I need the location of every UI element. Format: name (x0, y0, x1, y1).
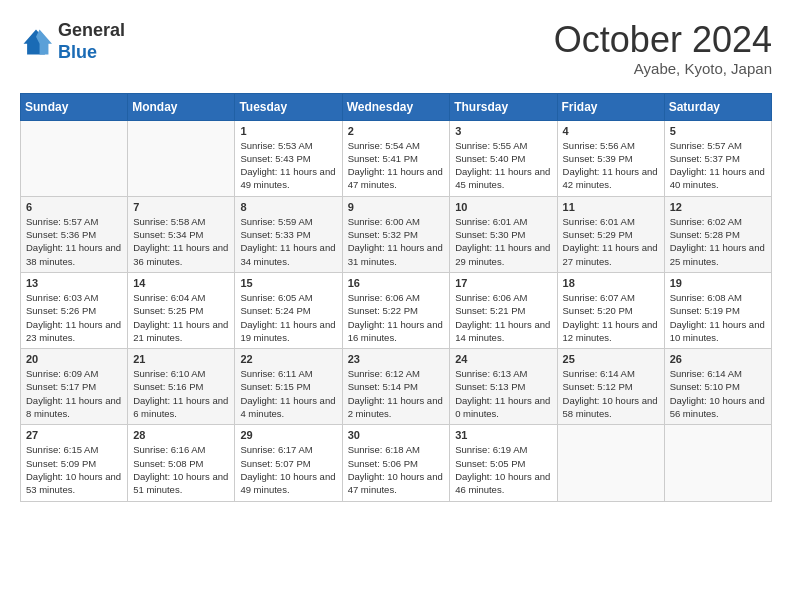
day-detail: Sunrise: 6:05 AM Sunset: 5:24 PM Dayligh… (240, 291, 336, 344)
day-number: 6 (26, 201, 122, 213)
day-detail: Sunrise: 6:18 AM Sunset: 5:06 PM Dayligh… (348, 443, 445, 496)
weekday-header-row: SundayMondayTuesdayWednesdayThursdayFrid… (21, 93, 772, 120)
calendar-cell: 23Sunrise: 6:12 AM Sunset: 5:14 PM Dayli… (342, 349, 450, 425)
calendar-cell: 27Sunrise: 6:15 AM Sunset: 5:09 PM Dayli… (21, 425, 128, 501)
day-detail: Sunrise: 6:06 AM Sunset: 5:21 PM Dayligh… (455, 291, 551, 344)
logo-icon (20, 26, 52, 58)
day-number: 27 (26, 429, 122, 441)
day-detail: Sunrise: 6:13 AM Sunset: 5:13 PM Dayligh… (455, 367, 551, 420)
title-block: October 2024 Ayabe, Kyoto, Japan (554, 20, 772, 77)
day-number: 29 (240, 429, 336, 441)
day-detail: Sunrise: 6:06 AM Sunset: 5:22 PM Dayligh… (348, 291, 445, 344)
day-detail: Sunrise: 6:12 AM Sunset: 5:14 PM Dayligh… (348, 367, 445, 420)
calendar-cell: 7Sunrise: 5:58 AM Sunset: 5:34 PM Daylig… (128, 196, 235, 272)
calendar-cell (557, 425, 664, 501)
day-detail: Sunrise: 6:14 AM Sunset: 5:12 PM Dayligh… (563, 367, 659, 420)
calendar-cell: 20Sunrise: 6:09 AM Sunset: 5:17 PM Dayli… (21, 349, 128, 425)
day-detail: Sunrise: 6:01 AM Sunset: 5:29 PM Dayligh… (563, 215, 659, 268)
day-number: 24 (455, 353, 551, 365)
calendar-week-row: 20Sunrise: 6:09 AM Sunset: 5:17 PM Dayli… (21, 349, 772, 425)
calendar-cell: 8Sunrise: 5:59 AM Sunset: 5:33 PM Daylig… (235, 196, 342, 272)
logo: General Blue (20, 20, 125, 63)
day-detail: Sunrise: 6:01 AM Sunset: 5:30 PM Dayligh… (455, 215, 551, 268)
day-number: 20 (26, 353, 122, 365)
day-detail: Sunrise: 5:55 AM Sunset: 5:40 PM Dayligh… (455, 139, 551, 192)
weekday-header: Monday (128, 93, 235, 120)
calendar-cell: 5Sunrise: 5:57 AM Sunset: 5:37 PM Daylig… (664, 120, 771, 196)
day-number: 2 (348, 125, 445, 137)
calendar-cell: 14Sunrise: 6:04 AM Sunset: 5:25 PM Dayli… (128, 272, 235, 348)
calendar-cell: 25Sunrise: 6:14 AM Sunset: 5:12 PM Dayli… (557, 349, 664, 425)
day-number: 19 (670, 277, 766, 289)
calendar-cell: 22Sunrise: 6:11 AM Sunset: 5:15 PM Dayli… (235, 349, 342, 425)
day-detail: Sunrise: 6:19 AM Sunset: 5:05 PM Dayligh… (455, 443, 551, 496)
day-detail: Sunrise: 6:14 AM Sunset: 5:10 PM Dayligh… (670, 367, 766, 420)
calendar-cell: 30Sunrise: 6:18 AM Sunset: 5:06 PM Dayli… (342, 425, 450, 501)
day-detail: Sunrise: 6:02 AM Sunset: 5:28 PM Dayligh… (670, 215, 766, 268)
calendar-cell: 31Sunrise: 6:19 AM Sunset: 5:05 PM Dayli… (450, 425, 557, 501)
weekday-header: Sunday (21, 93, 128, 120)
calendar-cell: 4Sunrise: 5:56 AM Sunset: 5:39 PM Daylig… (557, 120, 664, 196)
page-header: General Blue October 2024 Ayabe, Kyoto, … (20, 20, 772, 77)
day-number: 3 (455, 125, 551, 137)
weekday-header: Friday (557, 93, 664, 120)
calendar-cell: 11Sunrise: 6:01 AM Sunset: 5:29 PM Dayli… (557, 196, 664, 272)
day-detail: Sunrise: 6:08 AM Sunset: 5:19 PM Dayligh… (670, 291, 766, 344)
calendar-cell: 1Sunrise: 5:53 AM Sunset: 5:43 PM Daylig… (235, 120, 342, 196)
calendar-cell: 3Sunrise: 5:55 AM Sunset: 5:40 PM Daylig… (450, 120, 557, 196)
calendar-cell: 16Sunrise: 6:06 AM Sunset: 5:22 PM Dayli… (342, 272, 450, 348)
calendar-cell (128, 120, 235, 196)
day-number: 31 (455, 429, 551, 441)
day-detail: Sunrise: 6:15 AM Sunset: 5:09 PM Dayligh… (26, 443, 122, 496)
day-detail: Sunrise: 5:53 AM Sunset: 5:43 PM Dayligh… (240, 139, 336, 192)
calendar-cell: 26Sunrise: 6:14 AM Sunset: 5:10 PM Dayli… (664, 349, 771, 425)
calendar-cell: 28Sunrise: 6:16 AM Sunset: 5:08 PM Dayli… (128, 425, 235, 501)
day-number: 25 (563, 353, 659, 365)
weekday-header: Wednesday (342, 93, 450, 120)
day-detail: Sunrise: 6:17 AM Sunset: 5:07 PM Dayligh… (240, 443, 336, 496)
day-number: 26 (670, 353, 766, 365)
day-detail: Sunrise: 6:03 AM Sunset: 5:26 PM Dayligh… (26, 291, 122, 344)
day-detail: Sunrise: 6:16 AM Sunset: 5:08 PM Dayligh… (133, 443, 229, 496)
day-number: 28 (133, 429, 229, 441)
day-detail: Sunrise: 6:07 AM Sunset: 5:20 PM Dayligh… (563, 291, 659, 344)
day-number: 10 (455, 201, 551, 213)
day-detail: Sunrise: 5:57 AM Sunset: 5:37 PM Dayligh… (670, 139, 766, 192)
day-number: 22 (240, 353, 336, 365)
calendar-cell: 13Sunrise: 6:03 AM Sunset: 5:26 PM Dayli… (21, 272, 128, 348)
weekday-header: Saturday (664, 93, 771, 120)
day-detail: Sunrise: 5:59 AM Sunset: 5:33 PM Dayligh… (240, 215, 336, 268)
day-detail: Sunrise: 6:04 AM Sunset: 5:25 PM Dayligh… (133, 291, 229, 344)
day-number: 5 (670, 125, 766, 137)
calendar-week-row: 13Sunrise: 6:03 AM Sunset: 5:26 PM Dayli… (21, 272, 772, 348)
day-detail: Sunrise: 5:54 AM Sunset: 5:41 PM Dayligh… (348, 139, 445, 192)
day-number: 18 (563, 277, 659, 289)
day-detail: Sunrise: 5:57 AM Sunset: 5:36 PM Dayligh… (26, 215, 122, 268)
weekday-header: Tuesday (235, 93, 342, 120)
calendar-cell: 15Sunrise: 6:05 AM Sunset: 5:24 PM Dayli… (235, 272, 342, 348)
day-detail: Sunrise: 6:00 AM Sunset: 5:32 PM Dayligh… (348, 215, 445, 268)
day-detail: Sunrise: 5:58 AM Sunset: 5:34 PM Dayligh… (133, 215, 229, 268)
day-number: 14 (133, 277, 229, 289)
day-number: 30 (348, 429, 445, 441)
month-title: October 2024 (554, 20, 772, 60)
day-number: 7 (133, 201, 229, 213)
day-number: 1 (240, 125, 336, 137)
day-number: 23 (348, 353, 445, 365)
day-number: 11 (563, 201, 659, 213)
day-detail: Sunrise: 5:56 AM Sunset: 5:39 PM Dayligh… (563, 139, 659, 192)
calendar-cell: 29Sunrise: 6:17 AM Sunset: 5:07 PM Dayli… (235, 425, 342, 501)
calendar-week-row: 6Sunrise: 5:57 AM Sunset: 5:36 PM Daylig… (21, 196, 772, 272)
calendar-cell: 6Sunrise: 5:57 AM Sunset: 5:36 PM Daylig… (21, 196, 128, 272)
day-detail: Sunrise: 6:09 AM Sunset: 5:17 PM Dayligh… (26, 367, 122, 420)
calendar-table: SundayMondayTuesdayWednesdayThursdayFrid… (20, 93, 772, 502)
calendar-cell: 9Sunrise: 6:00 AM Sunset: 5:32 PM Daylig… (342, 196, 450, 272)
day-number: 15 (240, 277, 336, 289)
day-number: 12 (670, 201, 766, 213)
calendar-cell: 24Sunrise: 6:13 AM Sunset: 5:13 PM Dayli… (450, 349, 557, 425)
day-detail: Sunrise: 6:11 AM Sunset: 5:15 PM Dayligh… (240, 367, 336, 420)
day-number: 13 (26, 277, 122, 289)
calendar-week-row: 27Sunrise: 6:15 AM Sunset: 5:09 PM Dayli… (21, 425, 772, 501)
day-number: 16 (348, 277, 445, 289)
calendar-cell: 18Sunrise: 6:07 AM Sunset: 5:20 PM Dayli… (557, 272, 664, 348)
